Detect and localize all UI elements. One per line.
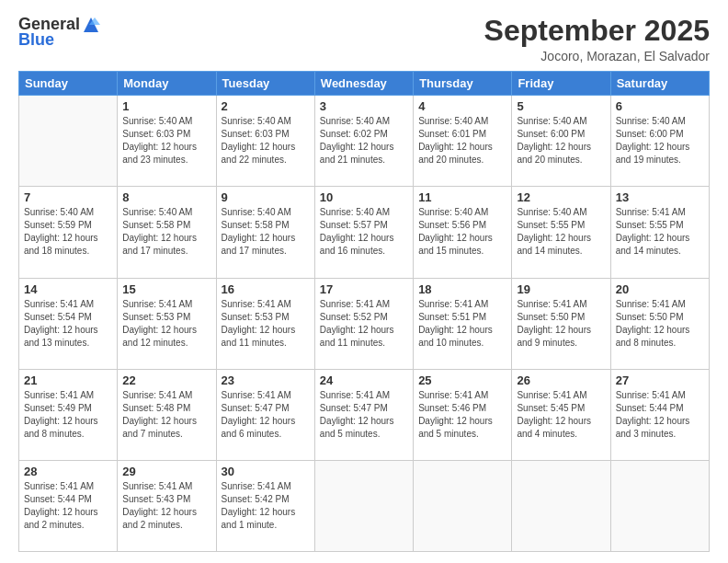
table-row: 2Sunrise: 5:40 AMSunset: 6:03 PMDaylight… bbox=[216, 96, 314, 187]
table-row: 1Sunrise: 5:40 AMSunset: 6:03 PMDaylight… bbox=[118, 96, 216, 187]
day-info: Sunrise: 5:41 AMSunset: 5:51 PMDaylight:… bbox=[418, 298, 506, 350]
table-row bbox=[19, 96, 118, 187]
day-number: 15 bbox=[122, 282, 210, 296]
calendar-week-4: 21Sunrise: 5:41 AMSunset: 5:49 PMDayligh… bbox=[19, 369, 710, 460]
table-row: 30Sunrise: 5:41 AMSunset: 5:42 PMDayligh… bbox=[216, 460, 314, 551]
day-info: Sunrise: 5:41 AMSunset: 5:53 PMDaylight:… bbox=[122, 298, 210, 350]
header-friday: Friday bbox=[512, 72, 610, 96]
day-info: Sunrise: 5:40 AMSunset: 5:58 PMDaylight:… bbox=[222, 206, 310, 258]
day-number: 8 bbox=[122, 190, 210, 204]
table-row: 7Sunrise: 5:40 AMSunset: 5:59 PMDaylight… bbox=[19, 187, 118, 278]
table-row: 4Sunrise: 5:40 AMSunset: 6:01 PMDaylight… bbox=[414, 96, 512, 187]
day-info: Sunrise: 5:40 AMSunset: 5:57 PMDaylight:… bbox=[320, 206, 408, 258]
table-row: 22Sunrise: 5:41 AMSunset: 5:48 PMDayligh… bbox=[118, 369, 216, 460]
logo: General Blue bbox=[18, 15, 100, 50]
day-number: 16 bbox=[222, 282, 310, 296]
table-row bbox=[610, 460, 709, 551]
day-number: 17 bbox=[320, 282, 408, 296]
header-thursday: Thursday bbox=[414, 72, 512, 96]
day-info: Sunrise: 5:40 AMSunset: 5:58 PMDaylight:… bbox=[122, 206, 210, 258]
day-number: 7 bbox=[24, 190, 112, 204]
day-info: Sunrise: 5:41 AMSunset: 5:43 PMDaylight:… bbox=[122, 480, 210, 532]
calendar-week-1: 1Sunrise: 5:40 AMSunset: 6:03 PMDaylight… bbox=[19, 96, 710, 187]
day-info: Sunrise: 5:41 AMSunset: 5:49 PMDaylight:… bbox=[24, 389, 112, 441]
day-number: 30 bbox=[222, 465, 310, 478]
table-row: 23Sunrise: 5:41 AMSunset: 5:47 PMDayligh… bbox=[216, 369, 314, 460]
day-info: Sunrise: 5:40 AMSunset: 6:03 PMDaylight:… bbox=[222, 115, 310, 167]
day-info: Sunrise: 5:41 AMSunset: 5:48 PMDaylight:… bbox=[122, 389, 210, 441]
day-info: Sunrise: 5:41 AMSunset: 5:47 PMDaylight:… bbox=[320, 389, 408, 441]
day-number: 21 bbox=[24, 373, 112, 387]
day-number: 13 bbox=[616, 190, 704, 204]
day-info: Sunrise: 5:40 AMSunset: 6:00 PMDaylight:… bbox=[517, 115, 605, 167]
day-info: Sunrise: 5:41 AMSunset: 5:55 PMDaylight:… bbox=[616, 206, 704, 258]
day-info: Sunrise: 5:41 AMSunset: 5:44 PMDaylight:… bbox=[616, 389, 704, 441]
table-row: 10Sunrise: 5:40 AMSunset: 5:57 PMDayligh… bbox=[314, 187, 413, 278]
day-number: 22 bbox=[122, 373, 210, 387]
day-number: 20 bbox=[616, 282, 704, 296]
day-info: Sunrise: 5:41 AMSunset: 5:52 PMDaylight:… bbox=[320, 298, 408, 350]
day-number: 26 bbox=[517, 373, 605, 387]
table-row bbox=[512, 460, 610, 551]
day-number: 11 bbox=[418, 190, 506, 204]
day-number: 12 bbox=[517, 190, 605, 204]
day-info: Sunrise: 5:41 AMSunset: 5:45 PMDaylight:… bbox=[517, 389, 605, 441]
day-info: Sunrise: 5:41 AMSunset: 5:50 PMDaylight:… bbox=[517, 298, 605, 350]
calendar-table: Sunday Monday Tuesday Wednesday Thursday… bbox=[18, 71, 710, 552]
page: General Blue September 2025 Jocoro, Mora… bbox=[0, 0, 728, 563]
day-number: 5 bbox=[517, 99, 605, 113]
header-tuesday: Tuesday bbox=[216, 72, 314, 96]
calendar-week-2: 7Sunrise: 5:40 AMSunset: 5:59 PMDaylight… bbox=[19, 187, 710, 278]
table-row: 28Sunrise: 5:41 AMSunset: 5:44 PMDayligh… bbox=[19, 460, 118, 551]
day-info: Sunrise: 5:40 AMSunset: 5:56 PMDaylight:… bbox=[418, 206, 506, 258]
table-row: 26Sunrise: 5:41 AMSunset: 5:45 PMDayligh… bbox=[512, 369, 610, 460]
header-saturday: Saturday bbox=[610, 72, 709, 96]
table-row: 18Sunrise: 5:41 AMSunset: 5:51 PMDayligh… bbox=[414, 278, 512, 369]
table-row: 16Sunrise: 5:41 AMSunset: 5:53 PMDayligh… bbox=[216, 278, 314, 369]
day-info: Sunrise: 5:41 AMSunset: 5:46 PMDaylight:… bbox=[418, 389, 506, 441]
table-row: 13Sunrise: 5:41 AMSunset: 5:55 PMDayligh… bbox=[610, 187, 709, 278]
day-info: Sunrise: 5:40 AMSunset: 6:03 PMDaylight:… bbox=[122, 115, 210, 167]
table-row: 29Sunrise: 5:41 AMSunset: 5:43 PMDayligh… bbox=[118, 460, 216, 551]
day-number: 27 bbox=[616, 373, 704, 387]
calendar-week-3: 14Sunrise: 5:41 AMSunset: 5:54 PMDayligh… bbox=[19, 278, 710, 369]
day-info: Sunrise: 5:40 AMSunset: 6:01 PMDaylight:… bbox=[418, 115, 506, 167]
table-row: 19Sunrise: 5:41 AMSunset: 5:50 PMDayligh… bbox=[512, 278, 610, 369]
calendar-week-5: 28Sunrise: 5:41 AMSunset: 5:44 PMDayligh… bbox=[19, 460, 710, 551]
day-info: Sunrise: 5:40 AMSunset: 6:02 PMDaylight:… bbox=[320, 115, 408, 167]
table-row: 5Sunrise: 5:40 AMSunset: 6:00 PMDaylight… bbox=[512, 96, 610, 187]
table-row: 12Sunrise: 5:40 AMSunset: 5:55 PMDayligh… bbox=[512, 187, 610, 278]
table-row: 15Sunrise: 5:41 AMSunset: 5:53 PMDayligh… bbox=[118, 278, 216, 369]
logo-icon bbox=[82, 16, 100, 34]
day-number: 23 bbox=[222, 373, 310, 387]
table-row: 17Sunrise: 5:41 AMSunset: 5:52 PMDayligh… bbox=[314, 278, 413, 369]
title-section: September 2025 Jocoro, Morazan, El Salva… bbox=[484, 15, 710, 63]
day-number: 9 bbox=[222, 190, 310, 204]
table-row: 24Sunrise: 5:41 AMSunset: 5:47 PMDayligh… bbox=[314, 369, 413, 460]
month-title: September 2025 bbox=[484, 15, 710, 47]
day-number: 4 bbox=[418, 99, 506, 113]
day-info: Sunrise: 5:41 AMSunset: 5:53 PMDaylight:… bbox=[222, 298, 310, 350]
day-info: Sunrise: 5:41 AMSunset: 5:47 PMDaylight:… bbox=[222, 389, 310, 441]
day-number: 29 bbox=[122, 465, 210, 478]
day-number: 1 bbox=[122, 99, 210, 113]
day-number: 24 bbox=[320, 373, 408, 387]
day-number: 2 bbox=[222, 99, 310, 113]
day-number: 14 bbox=[24, 282, 112, 296]
day-number: 25 bbox=[418, 373, 506, 387]
location: Jocoro, Morazan, El Salvador bbox=[484, 49, 710, 63]
day-number: 19 bbox=[517, 282, 605, 296]
day-number: 3 bbox=[320, 99, 408, 113]
logo-blue: Blue bbox=[18, 30, 54, 50]
header-sunday: Sunday bbox=[19, 72, 118, 96]
table-row: 8Sunrise: 5:40 AMSunset: 5:58 PMDaylight… bbox=[118, 187, 216, 278]
table-row: 14Sunrise: 5:41 AMSunset: 5:54 PMDayligh… bbox=[19, 278, 118, 369]
day-number: 28 bbox=[24, 465, 112, 478]
day-info: Sunrise: 5:40 AMSunset: 5:59 PMDaylight:… bbox=[24, 206, 112, 258]
table-row: 20Sunrise: 5:41 AMSunset: 5:50 PMDayligh… bbox=[610, 278, 709, 369]
table-row: 25Sunrise: 5:41 AMSunset: 5:46 PMDayligh… bbox=[414, 369, 512, 460]
table-row: 21Sunrise: 5:41 AMSunset: 5:49 PMDayligh… bbox=[19, 369, 118, 460]
table-row bbox=[314, 460, 413, 551]
day-number: 18 bbox=[418, 282, 506, 296]
day-number: 10 bbox=[320, 190, 408, 204]
